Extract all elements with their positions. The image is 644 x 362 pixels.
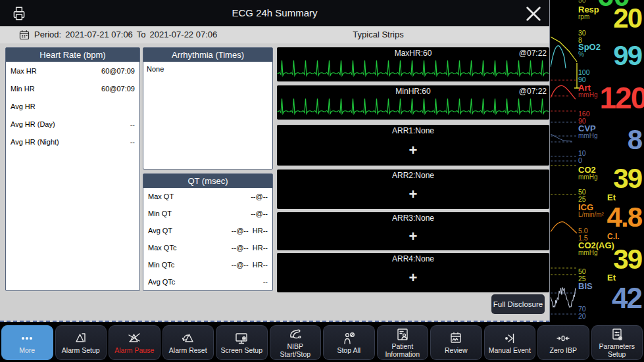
strip-arr3: ARR3:None +	[277, 212, 549, 250]
row-label: Avg QTc	[148, 278, 175, 286]
alarm-low-limit: 20	[578, 312, 586, 320]
alarm-reset-icon	[181, 331, 195, 346]
patient-information-button[interactable]: Patient Information	[377, 325, 429, 360]
manual-event-icon	[503, 331, 517, 346]
param-value: 39	[613, 247, 641, 273]
bottom-toolbar: More Alarm Setup Alarm Pause Alarm Reset…	[0, 323, 644, 362]
param-label: BIS	[578, 281, 593, 291]
more-dots-icon	[20, 331, 34, 346]
typical-strips-label: Typical Strips	[322, 30, 434, 39]
ecg-waveform	[277, 57, 549, 81]
row-value: 60@07:09	[101, 67, 135, 75]
param-unit: mmHg	[578, 91, 597, 99]
add-strip-button[interactable]: +	[277, 143, 549, 158]
full-disclosure-button[interactable]: Full Disclosure	[491, 294, 545, 314]
row-value: --	[263, 278, 268, 286]
review-button[interactable]: Review	[430, 325, 482, 360]
table-row: Min QTc--@-- HR--	[143, 256, 272, 273]
add-strip-button[interactable]: +	[277, 229, 549, 244]
param-tag: Et	[607, 192, 616, 202]
period-to: 2021-07-22 07:06	[150, 30, 218, 39]
param-icg[interactable]: ICG L/min/m² 5.0 1.5 C.I. 4.8	[551, 202, 644, 239]
strip-minhr[interactable]: MinHR:60 @07:22	[277, 85, 549, 120]
period-label: Period:	[34, 30, 61, 39]
table-row: Min QT--@--	[143, 205, 272, 222]
param-cvp[interactable]: CVP mmHg 10 0 8	[551, 124, 644, 162]
param-value: 8	[628, 127, 641, 153]
param-resp[interactable]: Resp rpm 30 8 20	[551, 5, 644, 43]
param-spo2[interactable]: SpO2 % 100 90 99	[551, 42, 644, 80]
row-label: Avg HR	[11, 102, 36, 110]
table-row: Max HR60@07:09	[6, 62, 139, 79]
qt-panel-title: QT (msec)	[143, 174, 272, 188]
qt-panel: QT (msec) Max QT--@-- Min QT--@-- Avg QT…	[143, 173, 273, 291]
period-from: 2021-07-21 07:06	[65, 30, 133, 39]
param-art[interactable]: Art mmHg 160 90 120/	[551, 83, 644, 122]
stop-all-button[interactable]: Stop All	[323, 325, 375, 360]
close-icon[interactable]	[524, 5, 543, 23]
alarm-pause-button[interactable]: Alarm Pause	[109, 325, 161, 360]
strip-arr1: ARR1:None +	[277, 125, 549, 166]
row-label: Min QT	[148, 210, 172, 217]
parameters-setup-button[interactable]: Parameters Setup	[591, 325, 643, 360]
row-value: --	[130, 120, 135, 128]
strip-maxhr[interactable]: MaxHR:60 @07:22	[277, 47, 549, 81]
alarm-pause-icon	[127, 331, 141, 346]
add-strip-button[interactable]: +	[277, 271, 549, 285]
button-label: Patient Information	[379, 342, 426, 358]
button-label: Screen Setup	[220, 346, 262, 354]
param-tag: C.I.	[607, 232, 620, 241]
row-label: Min HR	[11, 85, 35, 93]
param-co2ag[interactable]: CO2(AG) mmHg 50 25 Et 39	[551, 240, 644, 277]
monitor-screen: ECG 24h Summary Period:2021-07-21 07:06T…	[0, 0, 644, 362]
row-value: --@-- HR--	[232, 261, 268, 269]
more-button[interactable]: More	[1, 325, 53, 360]
screen-setup-icon	[234, 331, 249, 346]
alarm-setup-icon	[74, 331, 88, 346]
patient-info-icon	[395, 327, 410, 342]
param-bis[interactable]: BIS 70 20 42	[551, 281, 644, 319]
period-bar[interactable]: Period:2021-07-21 07:06To2021-07-22 07:0…	[0, 26, 549, 43]
param-co2[interactable]: CO2 mmHg 50 25 Et 39	[551, 165, 644, 202]
row-value: --@--	[251, 192, 268, 200]
button-label: Alarm Setup	[62, 346, 100, 354]
table-row: Max QTc--@-- HR--	[143, 239, 272, 256]
row-label: Max HR	[11, 67, 37, 75]
nibp-start-stop-button[interactable]: NIBP Start/Stop	[270, 325, 322, 360]
strip-label: ARR3:None	[277, 214, 549, 223]
ecg-waveform	[277, 95, 549, 120]
row-label: Max QT	[148, 192, 174, 200]
table-row: Avg QTc--	[143, 273, 272, 290]
period-text: Period:2021-07-21 07:06To2021-07-22 07:0…	[34, 30, 221, 39]
button-label: Zero IBP	[550, 346, 577, 354]
param-unit: mmHg	[578, 173, 597, 181]
param-unit: L/min/m²	[578, 211, 604, 218]
param-value: 99	[613, 43, 641, 69]
row-value: --@-- HR--	[232, 244, 268, 252]
add-strip-button[interactable]: +	[277, 187, 549, 202]
row-label: Max QTc	[148, 244, 176, 252]
heart-rate-panel-title: Heart Rate (bpm)	[6, 48, 139, 62]
alarm-reset-button[interactable]: Alarm Reset	[162, 325, 214, 360]
row-value: 60@07:09	[101, 85, 135, 93]
row-label: Min QTc	[148, 261, 174, 269]
alarm-low-limit: 0	[578, 156, 582, 164]
button-label: Alarm Reset	[169, 346, 207, 354]
row-label: Avg HR (Night)	[11, 138, 59, 146]
button-label: Manual Event	[489, 346, 531, 354]
screen-setup-button[interactable]: Screen Setup	[216, 325, 268, 360]
param-unit: mmHg	[578, 249, 597, 256]
manual-event-button[interactable]: Manual Event	[484, 325, 536, 360]
param-unit: %	[578, 51, 584, 58]
row-value: --	[130, 138, 135, 146]
table-row: Min HR60@07:09	[6, 79, 139, 97]
row-value: --@-- HR--	[232, 227, 268, 235]
stop-all-icon	[341, 331, 356, 346]
param-value: 42	[612, 285, 641, 311]
alarm-setup-button[interactable]: Alarm Setup	[55, 325, 107, 360]
table-row: Avg QT--@-- HR--	[143, 222, 272, 239]
button-label: Alarm Pause	[114, 346, 154, 354]
table-row: Avg HR (Day)--	[6, 115, 139, 133]
zero-ibp-button[interactable]: Zero IBP	[537, 325, 589, 360]
button-label: More	[19, 346, 35, 354]
